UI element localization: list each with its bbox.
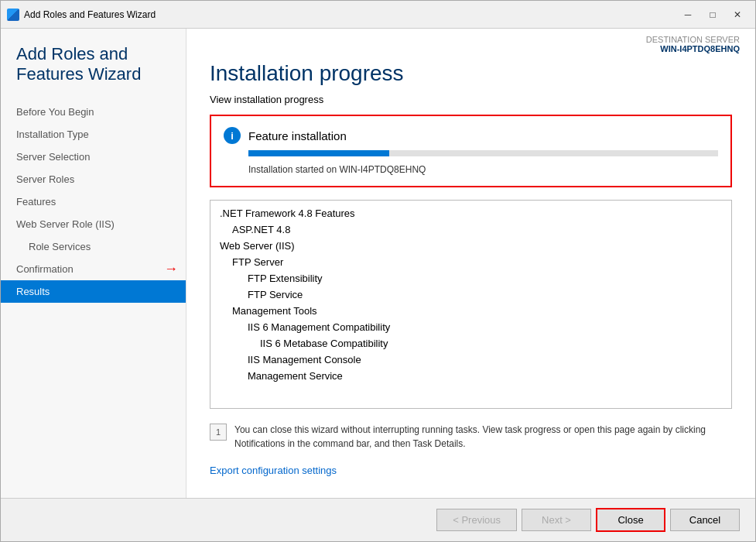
info-icon: i: [224, 127, 241, 144]
sidebar-item-before-you-begin[interactable]: Before You Begin: [1, 101, 186, 123]
install-status: Installation started on WIN-I4PTDQ8EHNQ: [224, 164, 718, 175]
feature-list-item: IIS 6 Management Compatibility: [210, 319, 731, 335]
previous-button[interactable]: < Previous: [436, 509, 517, 531]
export-link[interactable]: Export configuration settings: [210, 465, 337, 476]
app-icon: [7, 9, 19, 21]
title-bar: Add Roles and Features Wizard ─ □ ✕: [1, 1, 755, 29]
sidebar-item-server-selection[interactable]: Server Selection: [1, 146, 186, 168]
feature-list-item: .NET Framework 4.8 Features: [210, 205, 731, 221]
info-num-icon: 1: [210, 424, 227, 441]
window-title: Add Roles and Features Wizard: [24, 9, 676, 20]
feature-list-item: FTP Server: [210, 254, 731, 270]
info-section: 1 You can close this wizard without inte…: [210, 420, 732, 454]
view-progress-label: View installation progress: [210, 94, 732, 105]
feature-list-item: Management Service: [210, 368, 731, 384]
feature-list-item: Web Server (IIS): [210, 238, 731, 254]
feature-install-box: i Feature installation Installation star…: [210, 115, 732, 187]
sidebar-item-confirmation[interactable]: Confirmation →: [1, 258, 186, 280]
feature-list-item: IIS 6 Metabase Compatibility: [210, 335, 731, 352]
page-title: Installation progress: [186, 53, 755, 94]
footer: < Previous Next > Close Cancel: [1, 498, 755, 541]
sidebar-item-role-services[interactable]: Role Services: [1, 235, 186, 258]
sidebar-header: Add Roles and Features Wizard: [1, 44, 186, 101]
next-button[interactable]: Next >: [522, 509, 591, 531]
info-text: You can close this wizard without interr…: [234, 423, 732, 451]
window-controls: ─ □ ✕: [676, 7, 749, 22]
minimize-button[interactable]: ─: [676, 7, 700, 22]
feature-list-item: Management Tools: [210, 303, 731, 319]
arrow-icon: →: [164, 261, 178, 277]
feature-list-item: ASP.NET 4.8: [210, 221, 731, 238]
main-content: DESTINATION SERVER WIN-I4PTDQ8EHNQ Insta…: [186, 29, 755, 498]
destination-server-info: DESTINATION SERVER WIN-I4PTDQ8EHNQ: [186, 29, 755, 53]
progress-bar-container: [248, 150, 718, 156]
sidebar-item-server-roles[interactable]: Server Roles: [1, 168, 186, 190]
feature-install-title: Feature installation: [248, 129, 347, 142]
progress-bar-fill: [248, 150, 389, 156]
features-list-box[interactable]: .NET Framework 4.8 FeaturesASP.NET 4.8We…: [210, 200, 732, 409]
sidebar-item-web-server-role[interactable]: Web Server Role (IIS): [1, 213, 186, 235]
features-list: .NET Framework 4.8 FeaturesASP.NET 4.8We…: [210, 201, 731, 389]
content-area: View installation progress i Feature ins…: [186, 94, 755, 498]
sidebar-item-features[interactable]: Features: [1, 190, 186, 213]
close-window-button[interactable]: ✕: [726, 7, 749, 22]
sidebar-item-results[interactable]: Results: [1, 280, 186, 303]
sidebar-item-installation-type[interactable]: Installation Type: [1, 123, 186, 146]
feature-list-item: IIS Management Console: [210, 352, 731, 368]
maximize-button[interactable]: □: [701, 7, 724, 22]
feature-install-header: i Feature installation: [224, 127, 718, 144]
wizard-body: Add Roles and Features Wizard Before You…: [1, 29, 755, 498]
feature-list-item: FTP Extensibility: [210, 270, 731, 286]
wizard-window: Add Roles and Features Wizard ─ □ ✕ Add …: [0, 0, 756, 542]
sidebar: Add Roles and Features Wizard Before You…: [1, 29, 186, 498]
close-button[interactable]: Close: [596, 508, 665, 532]
feature-list-item: FTP Service: [210, 286, 731, 303]
cancel-button[interactable]: Cancel: [670, 509, 740, 531]
